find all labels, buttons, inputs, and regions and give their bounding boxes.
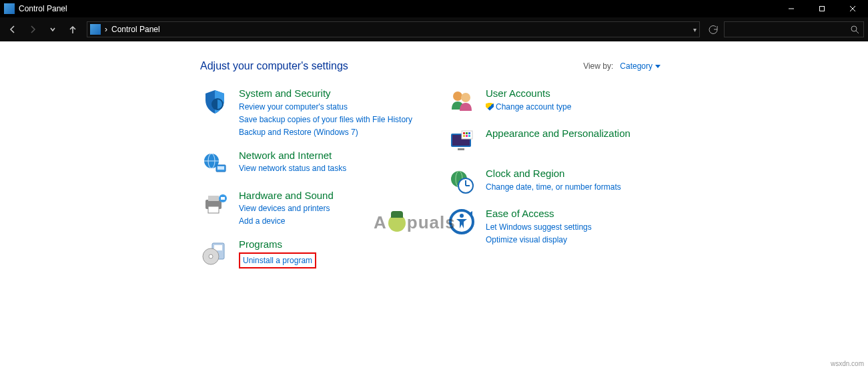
- window-titlebar: Control Panel: [0, 0, 868, 17]
- category-column-left: System and Security Review your computer…: [200, 87, 420, 279]
- shield-icon: [200, 87, 230, 116]
- svg-rect-31: [468, 132, 470, 134]
- recent-locations-button[interactable]: [44, 21, 61, 38]
- svg-rect-1: [820, 7, 825, 11]
- category-title[interactable]: Clock and Region: [486, 167, 621, 180]
- category-link[interactable]: View network status and tasks: [239, 162, 346, 174]
- category-column-right: User Accounts Change account type Appear…: [447, 87, 667, 279]
- svg-point-24: [461, 93, 470, 102]
- search-icon: [850, 25, 859, 34]
- maximize-button[interactable]: [807, 0, 837, 17]
- category-link[interactable]: Optimize visual display: [486, 234, 592, 246]
- svg-marker-7: [655, 65, 661, 68]
- category-title[interactable]: Hardware and Sound: [239, 189, 334, 202]
- printer-icon: [200, 189, 230, 218]
- svg-point-23: [453, 91, 462, 101]
- svg-rect-15: [208, 196, 219, 201]
- category-title[interactable]: Programs: [239, 238, 316, 251]
- category-programs: Programs Uninstall a program: [200, 238, 420, 268]
- forward-button[interactable]: [24, 21, 41, 38]
- viewby-dropdown[interactable]: Category: [620, 61, 661, 71]
- svg-rect-13: [218, 166, 224, 170]
- app-icon: [4, 3, 15, 14]
- category-user-accounts: User Accounts Change account type: [447, 87, 667, 116]
- svg-rect-27: [458, 148, 464, 150]
- category-system-security: System and Security Review your computer…: [200, 87, 420, 138]
- svg-point-41: [460, 214, 464, 218]
- category-ease-of-access: Ease of Access Let Windows suggest setti…: [447, 207, 667, 246]
- refresh-button[interactable]: [705, 21, 721, 37]
- search-box[interactable]: [724, 21, 864, 37]
- category-appearance: Appearance and Personalization: [447, 127, 667, 156]
- category-link[interactable]: Change account type: [486, 101, 571, 113]
- monitor-colors-icon: [447, 127, 476, 156]
- control-panel-icon: [90, 24, 101, 35]
- minimize-button[interactable]: [776, 0, 807, 17]
- category-link[interactable]: Backup and Restore (Windows 7): [239, 126, 412, 138]
- category-link[interactable]: Let Windows suggest settings: [486, 221, 592, 233]
- address-dropdown-icon[interactable]: ▾: [693, 26, 697, 33]
- svg-rect-33: [466, 135, 468, 137]
- category-hardware-sound: Hardware and Sound View devices and prin…: [200, 189, 420, 228]
- footer-credit: wsxdn.com: [831, 360, 864, 367]
- close-button[interactable]: [837, 0, 868, 17]
- disc-box-icon: [200, 238, 230, 267]
- content-area: Adjust your computer's settings View by:…: [0, 41, 868, 370]
- svg-rect-16: [208, 206, 219, 213]
- window-title: Control Panel: [19, 4, 67, 13]
- svg-rect-18: [221, 197, 225, 200]
- up-button[interactable]: [64, 21, 81, 38]
- category-link[interactable]: Review your computer's status: [239, 101, 412, 113]
- svg-rect-30: [466, 132, 468, 134]
- category-title[interactable]: System and Security: [239, 87, 412, 100]
- category-title[interactable]: Network and Internet: [239, 149, 346, 162]
- category-title[interactable]: Ease of Access: [486, 207, 592, 220]
- svg-line-6: [856, 31, 859, 33]
- category-network-internet: Network and Internet View network status…: [200, 149, 420, 178]
- navigation-toolbar: › Control Panel ▾: [0, 17, 868, 41]
- highlight-annotation: Uninstall a program: [239, 252, 316, 268]
- category-title[interactable]: Appearance and Personalization: [486, 127, 630, 140]
- address-bar[interactable]: › Control Panel ▾: [87, 21, 700, 37]
- address-path: Control Panel: [111, 25, 160, 34]
- category-link[interactable]: Add a device: [239, 215, 334, 227]
- page-heading: Adjust your computer's settings: [200, 60, 348, 72]
- category-clock-region: Clock and Region Change date, time, or n…: [447, 167, 667, 196]
- svg-point-22: [209, 254, 213, 258]
- category-link[interactable]: Save backup copies of your files with Fi…: [239, 114, 412, 126]
- ease-of-access-icon: [447, 207, 476, 236]
- svg-point-5: [851, 26, 857, 31]
- svg-rect-29: [463, 132, 465, 134]
- back-button[interactable]: [4, 21, 21, 38]
- viewby-label: View by:: [583, 61, 613, 71]
- clock-globe-icon: [447, 167, 476, 196]
- uninstall-program-link[interactable]: Uninstall a program: [243, 256, 312, 265]
- svg-rect-32: [463, 135, 465, 137]
- globe-network-icon: [200, 149, 230, 178]
- svg-rect-34: [468, 135, 470, 137]
- category-link[interactable]: View devices and printers: [239, 202, 334, 214]
- people-icon: [447, 87, 476, 116]
- category-title[interactable]: User Accounts: [486, 87, 571, 100]
- viewby-value: Category: [620, 61, 653, 71]
- category-link[interactable]: Change date, time, or number formats: [486, 181, 621, 193]
- address-separator: ›: [105, 25, 107, 34]
